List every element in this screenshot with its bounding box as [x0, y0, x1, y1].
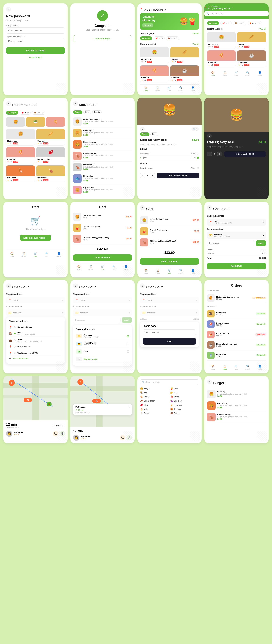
payment-row[interactable]: 💳 Payoneer Mastercard **** 1590 ›	[207, 232, 266, 239]
menu-item-cheeseburger[interactable]: 🍔 Cheeseburger 1 Big tasty, 1 large fren…	[207, 400, 266, 411]
message-button[interactable]: 💬	[60, 431, 65, 436]
category-chip-vegan[interactable]: 🥗Vegan	[140, 36, 152, 40]
cat-sushi[interactable]: 🍣Sushi	[170, 396, 199, 398]
back-button[interactable]: ‹	[207, 380, 212, 384]
nav-search[interactable]: 🔍Search	[246, 364, 250, 370]
menu-item-hamburger[interactable]: 🍔 Hamburger 1 Big tasty, 1 large french …	[207, 388, 266, 400]
nav-home[interactable]: 🏠Home	[211, 71, 215, 76]
cat-egg-bacon[interactable]: 🥓Egg & Bacon	[140, 400, 169, 402]
menu-item[interactable]: 🍔 Cheeseburger 1 Big tasty, 1 large fren…	[73, 139, 132, 150]
nav-home[interactable]: 🏠Home	[211, 364, 215, 370]
cat-cookies[interactable]: 🍪Cookies	[170, 408, 199, 410]
cat-icecream[interactable]: 🍦Ice cream	[170, 404, 199, 406]
qty-decrease-dark[interactable]: −	[207, 152, 212, 156]
pay-button[interactable]: Pay $34.60	[207, 263, 266, 269]
nav-orders[interactable]: 📋Orders	[222, 364, 227, 370]
recommended-view-all[interactable]: View all	[192, 43, 199, 45]
add-to-cart-dark[interactable]: Add to cart - $9.60	[224, 151, 266, 157]
nav-cart[interactable]: 🛒Cart	[168, 86, 171, 92]
cat-pizza[interactable]: 🍕Pizza	[140, 396, 169, 398]
back-button[interactable]: ‹	[6, 284, 11, 288]
payment-cash[interactable]: 💵 Cash	[76, 348, 129, 356]
nav-profile[interactable]: 👤Profile	[258, 364, 262, 370]
radio-cash[interactable]	[127, 350, 129, 353]
back-button[interactable]: ‹	[207, 205, 212, 210]
extra-cocacola[interactable]: Coca-Cola zero $1.00	[140, 166, 199, 170]
radio-mayonnaise[interactable]	[197, 152, 199, 154]
nav-search[interactable]: 🔍Search	[246, 71, 250, 76]
nav-home[interactable]: 🏠Home	[144, 86, 148, 92]
payment-transferwise[interactable]: 💳 Transfer wise Visa **** 1 1560	[76, 340, 129, 348]
rest-card[interactable]: 🍗 Hot chickio ★3.9$3.50	[36, 165, 65, 182]
past-order-pasta[interactable]: 🍝 Pasta basilico $40.10 Cancelled	[207, 330, 266, 340]
add-card[interactable]: ➕ Add a new card	[76, 356, 129, 363]
tag-burrito[interactable]: Burrito	[92, 110, 102, 114]
go-to-checkout-button[interactable]: Go to checkout	[73, 254, 132, 261]
phone-btn[interactable]: 📞	[120, 435, 125, 440]
back-button[interactable]: ‹	[140, 284, 145, 288]
cat-coffee[interactable]: ☕Coffee	[140, 412, 169, 414]
return-to-login-link[interactable]: Return to login	[6, 56, 65, 59]
nav-cart[interactable]: 🛒Cart	[234, 364, 238, 370]
rest-card[interactable]: 🥖 Subway ★4.7$2.00	[36, 128, 65, 146]
cat-fries[interactable]: 🍟Fries	[170, 387, 199, 390]
back-button[interactable]: ‹	[207, 134, 212, 138]
restaurant-card-starbucks[interactable]: ☕ Starbucks ★3.9$2.00	[170, 65, 199, 82]
nav-profile[interactable]: 👤Profile	[124, 265, 128, 270]
nav-orders[interactable]: 📋Orders	[156, 86, 160, 92]
nav-search[interactable]: 🔍Search	[44, 252, 50, 257]
cat-taco[interactable]: 🌮Taco	[170, 391, 199, 394]
cat-meat[interactable]: 🥩Meat	[140, 404, 169, 406]
chip-meat[interactable]: 🥩Meat	[20, 111, 30, 114]
tag-fries[interactable]: Fries	[150, 132, 158, 136]
restaurant-card-mcdonalds[interactable]: 🍔 McDonalds ★4.8$3.00	[140, 47, 169, 64]
radio-cola[interactable]	[197, 167, 199, 169]
qty-decrease[interactable]: −	[140, 173, 145, 178]
address-current[interactable]: 📍 Current address	[9, 324, 62, 330]
past-order-frappucino[interactable]: 🥤 Frappucino $5.40 Delivered	[207, 350, 266, 360]
discount-more-button[interactable]: More →	[142, 23, 153, 28]
menu-item[interactable]: 🍗 Chickenburger 1 Big tasty, 1 large fre…	[73, 150, 132, 162]
address-washington[interactable]: 📍 Washington str. 58/Y05	[9, 350, 62, 356]
tag-burger[interactable]: Burger	[140, 132, 150, 136]
rest-subway[interactable]: 🥖 Subway ★4.7$2.00	[237, 32, 266, 49]
past-order-flatwhite[interactable]: ☕ Flat white & Americano $7.80 Delivered	[207, 340, 266, 350]
rest-card[interactable]: 🍔 McDonalds ★4.8$3.00	[6, 128, 35, 146]
promo-code-input[interactable]	[143, 330, 196, 335]
cat-meat[interactable]: 🥩Meat	[220, 21, 231, 25]
back-button[interactable]: ‹	[73, 284, 78, 288]
menu-item[interactable]: 🍔 Large Big tasty meal 1 Big tasty, 1 la…	[73, 116, 132, 127]
cat-cake[interactable]: 🎂Cake	[140, 408, 169, 410]
payment-payoneer[interactable]: 💳 Payoneer Payoneer **** 1590	[76, 332, 129, 340]
top-categories-view-all[interactable]: View all	[192, 32, 199, 34]
qty-increase-dark[interactable]: +	[217, 152, 222, 156]
radio-payoneer[interactable]	[127, 335, 129, 338]
nav-orders[interactable]: 📋Orders	[22, 252, 26, 257]
chip-dessert[interactable]: 🍩Dessert	[32, 111, 45, 114]
new-password-input[interactable]	[6, 28, 65, 34]
radio-spicy[interactable]	[197, 157, 199, 159]
message-btn[interactable]: 💬	[126, 435, 132, 440]
cat-donut[interactable]: 🍩Donut	[170, 412, 199, 414]
repeat-password-input[interactable]	[6, 38, 65, 44]
nav-search[interactable]: 🔍Search	[178, 86, 184, 92]
search-input-bar[interactable]: 🔍 Search a place	[140, 380, 199, 385]
nav-search[interactable]: 🔍Search	[112, 265, 116, 270]
restaurant-card-pizza-hut[interactable]: 🍕 Pizza hut ★4.2$3.80	[140, 65, 169, 82]
set-password-button[interactable]: Set new password	[6, 47, 65, 54]
nav-profile[interactable]: 👤Profile	[191, 268, 195, 274]
back-button[interactable]: ‹	[6, 101, 11, 106]
add-address-button[interactable]: ➕ Add a new address	[9, 356, 62, 361]
nav-home[interactable]: 🏠Home	[77, 265, 81, 270]
address-home[interactable]: 🏠 Home NYC, Broadway ave 79	[9, 330, 62, 337]
restaurants-view-all[interactable]: View all	[260, 28, 266, 30]
back-button[interactable]: ‹	[6, 7, 11, 12]
add-to-cart-button[interactable]: Add to cart - $9.80	[157, 172, 199, 178]
tag-burger[interactable]: Burger	[73, 110, 82, 114]
details-button[interactable]: Details ▲	[53, 424, 65, 427]
return-login-button[interactable]: Return to login	[73, 35, 132, 42]
back-button[interactable]: ‹	[140, 127, 145, 132]
extra-mayonnaise[interactable]: Mayonnaise $0.60	[140, 152, 199, 156]
past-order-sushi[interactable]: 🍣 Sushi japonico $22.00 Delivered	[207, 319, 266, 330]
cat-fastfood[interactable]: 🍟Fast food	[248, 21, 262, 25]
